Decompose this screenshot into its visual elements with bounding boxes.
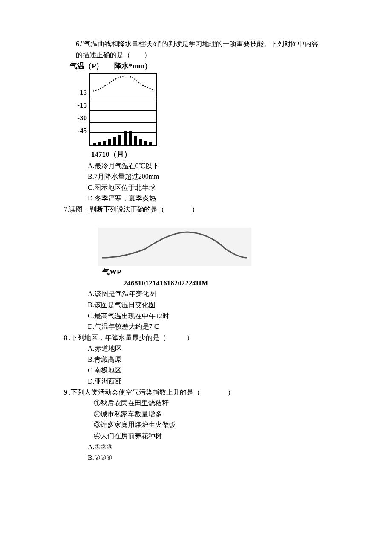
q7-chart-xlabel: 24681012141618202224HM: [98, 278, 260, 289]
svg-rect-0: [89, 73, 157, 146]
q8-option-c: C.南极地区: [64, 365, 328, 376]
q7-stem: 7.读图，判断下列说法正确的是（ ）: [64, 204, 328, 215]
q6-chart-svg: [87, 72, 159, 148]
document-page: 6."气温曲线和降水量柱状图"的判读是学习地理的一项重要技能。下列对图中内容 的…: [0, 0, 392, 555]
q9-item-3: ③许多家庭用煤炉生火做饭: [64, 419, 328, 430]
q8-option-b: B.青藏高原: [64, 354, 328, 365]
q6-chart: 气温（P） 降水*mm） 15 -15 -30 -45: [68, 60, 170, 160]
q9-item-4: ④人们在房前养花种树: [64, 430, 328, 442]
svg-rect-13: [134, 136, 137, 146]
svg-rect-12: [129, 131, 132, 146]
q6-stem-line1: 6."气温曲线和降水量柱状图"的判读是学习地理的一项重要技能。下列对图中内容: [64, 38, 328, 49]
q9-option-a: A.①②③: [64, 442, 328, 453]
q6-chart-yaxis: 15 -15 -30 -45: [68, 72, 87, 137]
q6-ytick-n15: -15: [68, 99, 87, 112]
svg-rect-6: [98, 142, 101, 146]
q7-chart-ylabel: 气WP: [98, 266, 260, 278]
q7-xlabel-c: HM: [196, 279, 208, 287]
q7-xlabel-b: 224: [185, 279, 196, 287]
q6-option-d: D.冬季严寒，夏季炎热: [64, 193, 328, 204]
q7-option-b: B.该图是气温日变化图: [64, 299, 328, 311]
svg-rect-7: [103, 141, 106, 146]
q9-item-2: ②城市私家车数量增多: [64, 409, 328, 420]
svg-rect-8: [108, 139, 111, 146]
svg-rect-15: [144, 141, 147, 146]
q7-chart: 气WP 24681012141618202224HM: [98, 228, 260, 289]
svg-rect-10: [118, 135, 121, 146]
q8-stem: 8 .下列地区，年降水量最少的是（ ）: [64, 332, 328, 343]
q6-chart-precip-label: 降水*mm）: [114, 62, 152, 70]
svg-rect-11: [124, 131, 127, 146]
q9-stem: 9 .下列人类活动会使空气污染指数上升的是（ ）: [64, 387, 328, 398]
q7-option-a: A.该图是气温年变化图: [64, 288, 328, 299]
svg-rect-9: [113, 137, 116, 146]
q7-chart-svg: [98, 228, 251, 266]
svg-rect-14: [139, 139, 142, 146]
q6-ytick-15: 15: [68, 86, 87, 99]
q8-option-d: D.亚洲西部: [64, 376, 328, 387]
q9-option-b: B.②③④: [64, 452, 328, 463]
q6-ytick-n30: -30: [68, 112, 87, 125]
q6-stem-line2: 的描述正确的是（ ）: [64, 49, 328, 61]
q6-option-c: C.图示地区位于北半球: [64, 182, 328, 193]
q7-option-c: C.最高气温出现在中午12时: [64, 311, 328, 322]
q7-xlabel-a: 24681012141618202: [124, 279, 185, 287]
q8-option-a: A.赤道地区: [64, 343, 328, 354]
q7-option-d: D.气温年较差大约是7℃: [64, 321, 328, 332]
q6-ytick-n45: -45: [68, 125, 87, 137]
svg-rect-16: [149, 142, 152, 146]
q9-item-1: ①秋后农民在田里烧秸秆: [64, 398, 328, 409]
q6-option-b: B.7月降水量超过200mm: [64, 171, 328, 182]
q6-option-a: A.最冷月气温在0℃以下: [64, 160, 328, 171]
q6-chart-xaxis: 14710（月）: [68, 148, 170, 160]
svg-rect-5: [93, 143, 96, 146]
q6-chart-temp-label: 气温（P）: [70, 62, 103, 70]
